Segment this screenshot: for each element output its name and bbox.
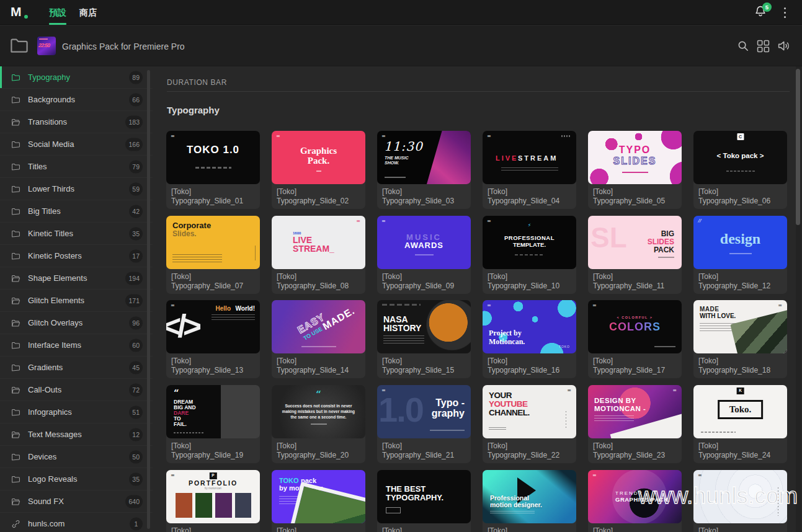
sidebar-item-logo-reveals[interactable]: Logo Reveals35 xyxy=(0,468,153,490)
preset-thumbnail[interactable]: ≡TRENDYGRAPHICS PACK. xyxy=(588,470,682,523)
sidebar-scrollbar[interactable] xyxy=(147,70,150,529)
preset-card-Typography_Slide_02[interactable]: [Toko]Typography_Slide_02≡GraphicsPack. xyxy=(272,131,365,209)
preset-card-Typography_Slide_10[interactable]: [Toko]Typography_Slide_10≡⚡PROFESSIONALT… xyxy=(483,216,576,294)
preset-card-c29[interactable]: [Toko]≡TRENDYGRAPHICS PACK. xyxy=(588,470,682,532)
preset-card-Typography_Slide_05[interactable]: [Toko]Typography_Slide_05TYPOSLIDES xyxy=(588,131,682,209)
sound-icon[interactable] xyxy=(777,40,791,52)
preset-label-line1: [Toko] xyxy=(488,187,571,197)
preset-card-Typography_Slide_04[interactable]: [Toko]Typography_Slide_04≡LIVESTREAM xyxy=(483,131,576,209)
sidebar-item-infographics[interactable]: Infographics51 xyxy=(0,401,153,423)
preset-card-c28[interactable]: [Toko]Professionalmotion designer. xyxy=(483,470,576,532)
sidebar-item-kinetic-posters[interactable]: Kinetic Posters17 xyxy=(0,245,153,267)
main-scrollbar-track[interactable] xyxy=(796,66,801,532)
preset-card-c27[interactable]: [Toko]THE BESTTYPOGRAPHY. xyxy=(377,470,471,532)
preset-thumbnail[interactable]: ≡⚡PROFESSIONALTEMPLATE. xyxy=(483,216,576,269)
sidebar-item-label: Logo Reveals xyxy=(28,474,78,484)
thumb-text: SHOW. xyxy=(385,161,399,165)
preset-card-Typography_Slide_09[interactable]: [Toko]Typography_Slide_09≡MUSICAWARDS xyxy=(377,216,471,294)
sidebar-item-devices[interactable]: Devices50 xyxy=(0,446,153,468)
preset-card-Typography_Slide_22[interactable]: [Toko]Typography_Slide_22≡YOURYOUTUBECHA… xyxy=(483,385,576,463)
sidebar-item-titles[interactable]: Titles79 xyxy=(0,156,153,178)
more-menu-button[interactable] xyxy=(782,7,787,18)
pack-thumbnail[interactable]: 22:50 xyxy=(37,37,56,55)
preset-card-Typography_Slide_23[interactable]: [Toko]Typography_Slide_23≡DESIGN BYMOTIO… xyxy=(588,385,682,463)
grid-view-icon[interactable] xyxy=(757,40,770,53)
preset-card-c26[interactable]: [Toko]TOKOpackby motioncan xyxy=(272,470,365,532)
preset-card-Typography_Slide_12[interactable]: [Toko]Typography_Slide_12//design xyxy=(693,216,787,294)
preset-thumbnail[interactable]: EASYTO USEMADE. xyxy=(272,300,365,353)
sidebar-item-shape-elements[interactable]: Shape Elements194 xyxy=(0,267,153,290)
sidebar-item-kinetic-titles[interactable]: Kinetic Titles35 xyxy=(0,223,153,245)
preset-thumbnail[interactable]: ≡1.0Typo -graphy xyxy=(377,385,471,438)
preset-card-Typography_Slide_11[interactable]: [Toko]Typography_Slide_11BIGSLIDESPACK xyxy=(588,216,682,294)
sidebar-item-social-media[interactable]: Social Media166 xyxy=(0,133,153,156)
preset-card-Typography_Slide_17[interactable]: [Toko]Typography_Slide_17≡< COLORFUL >CO… xyxy=(588,300,682,378)
preset-card-Typography_Slide_16[interactable]: [Toko]Typography_Slide_16≡Project byMoti… xyxy=(483,300,576,378)
preset-card-Typography_Slide_07[interactable]: [Toko]Typography_Slide_07CorporateSlides… xyxy=(166,216,260,294)
sidebar-item-glitch-overlays[interactable]: Glitch Overlays96 xyxy=(0,312,153,334)
preset-thumbnail[interactable]: ≡MUSICAWARDS xyxy=(377,216,471,269)
preset-card-c30[interactable]: [Toko]≡ xyxy=(693,470,787,532)
tab-presets[interactable]: 預設 xyxy=(49,0,66,25)
folder-back-icon[interactable] xyxy=(9,37,29,54)
duration-bar-section[interactable]: DURATION BAR xyxy=(167,76,790,91)
preset-thumbnail[interactable]: ≡MADEWITH LOVE. xyxy=(693,300,787,353)
sidebar-item-call-outs[interactable]: Call-Outs72 xyxy=(0,379,153,401)
sidebar-item-big-titles[interactable]: Big Titles42 xyxy=(0,200,153,223)
preset-thumbnail[interactable]: //design xyxy=(693,216,787,269)
sidebar-item-gradients[interactable]: Gradients45 xyxy=(0,357,153,379)
preset-thumbnail[interactable]: CorporateSlides. xyxy=(166,216,260,269)
preset-card-Typography_Slide_08[interactable]: [Toko]Typography_Slide_08≡1600LIVESTREAM… xyxy=(272,216,365,294)
preset-card-Typography_Slide_20[interactable]: [Toko]Typography_Slide_20“Success does n… xyxy=(272,385,365,463)
app-logo[interactable]: M xyxy=(11,4,29,20)
preset-card-Typography_Slide_01[interactable]: [Toko]Typography_Slide_01≡TOKO 1.0 xyxy=(166,131,260,209)
preset-card-Typography_Slide_13[interactable]: [Toko]Typography_Slide_13≡</>HelloWorld! xyxy=(166,300,260,378)
preset-thumbnail[interactable]: TYPOSLIDES xyxy=(588,131,682,184)
preset-thumbnail[interactable]: ≡DESIGN BYMOTIONCAN - xyxy=(588,385,682,438)
sidebar-item-glitch-elements[interactable]: Glitch Elements171 xyxy=(0,290,153,312)
sidebar-item-backgrounds[interactable]: Backgrounds66 xyxy=(0,89,153,111)
preset-thumbnail[interactable]: KToko. xyxy=(693,385,787,438)
preset-thumbnail[interactable]: C< Toko pack > xyxy=(693,131,787,184)
preset-thumbnail[interactable]: “Success does not consist in nevermaking… xyxy=(272,385,365,438)
preset-card-Typography_Slide_06[interactable]: [Toko]Typography_Slide_06C< Toko pack > xyxy=(693,131,787,209)
sidebar-item-text-messages[interactable]: Text Messages12 xyxy=(0,423,153,446)
main-scrollbar-thumb[interactable] xyxy=(796,69,800,225)
sidebar-item-typography[interactable]: Typography89 xyxy=(0,66,153,89)
preset-card-Typography_Slide_15[interactable]: [Toko]Typography_Slide_15NASAHISTORY xyxy=(377,300,471,378)
preset-thumbnail[interactable]: Professionalmotion designer. xyxy=(483,470,576,523)
preset-thumbnail[interactable]: ≡11:30THE MUSICSHOW. xyxy=(377,131,471,184)
preset-thumbnail[interactable]: “DREAMBIG ANDDARETOFAIL. xyxy=(166,385,260,438)
preset-thumbnail[interactable]: ≡Project byMotioncan.TOKO xyxy=(483,300,576,353)
preset-thumbnail[interactable]: ≡</>HelloWorld! xyxy=(166,300,260,353)
preset-card-Typography_Slide_18[interactable]: [Toko]Typography_Slide_18≡MADEWITH LOVE. xyxy=(693,300,787,378)
preset-thumbnail[interactable]: ≡YOURYOUTUBECHANNEL. xyxy=(483,385,576,438)
preset-card-Typography_Slide_19[interactable]: [Toko]Typography_Slide_19“DREAMBIG ANDDA… xyxy=(166,385,260,463)
preset-card-Typography_Slide_21[interactable]: [Toko]Typography_Slide_21≡1.0Typo -graph… xyxy=(377,385,471,463)
preset-thumbnail[interactable]: ≡LIVESTREAM xyxy=(483,131,576,184)
notifications-button[interactable]: 5 xyxy=(754,5,770,21)
tab-store[interactable]: 商店 xyxy=(79,0,97,25)
preset-thumbnail[interactable]: TOKOpackby motioncan xyxy=(272,470,365,523)
sidebar-item-sound-fx[interactable]: Sound FX640 xyxy=(0,490,153,513)
preset-thumbnail[interactable]: ≡GraphicsPack. xyxy=(272,131,365,184)
preset-label-line2: Typography_Slide_14 xyxy=(277,366,360,375)
preset-thumbnail[interactable]: THE BESTTYPOGRAPHY. xyxy=(377,470,471,523)
sidebar-item-lower-thirds[interactable]: Lower Thirds59 xyxy=(0,178,153,200)
preset-thumbnail[interactable]: ≡TOKO 1.0 xyxy=(166,131,260,184)
sidebar-item-hunls-com[interactable]: hunls.com1 xyxy=(0,513,153,532)
sidebar-item-interface-items[interactable]: Interface Items60 xyxy=(0,334,153,357)
preset-thumbnail[interactable]: ≡PPORTFOLIOby motioncan xyxy=(166,470,260,523)
preset-thumbnail[interactable]: ≡ xyxy=(693,470,787,523)
preset-card-Typography_Slide_14[interactable]: [Toko]Typography_Slide_14EASYTO USEMADE. xyxy=(272,300,365,378)
preset-thumbnail[interactable]: NASAHISTORY xyxy=(377,300,471,353)
thumb-text: K xyxy=(736,388,744,394)
preset-thumbnail[interactable]: ≡< COLORFUL >COLORS xyxy=(588,300,682,353)
preset-card-Typography_Slide_03[interactable]: [Toko]Typography_Slide_03≡11:30THE MUSIC… xyxy=(377,131,471,209)
search-icon[interactable] xyxy=(737,40,750,53)
preset-card-Typography_Slide_24[interactable]: [Toko]Typography_Slide_24KToko. xyxy=(693,385,787,463)
sidebar-item-transitions[interactable]: Transitions183 xyxy=(0,111,153,133)
preset-thumbnail[interactable]: ≡1600LIVESTREAM_ xyxy=(272,216,365,269)
preset-thumbnail[interactable]: BIGSLIDESPACK xyxy=(588,216,682,269)
preset-card-c25[interactable]: [Toko]≡PPORTFOLIOby motioncan xyxy=(166,470,260,532)
